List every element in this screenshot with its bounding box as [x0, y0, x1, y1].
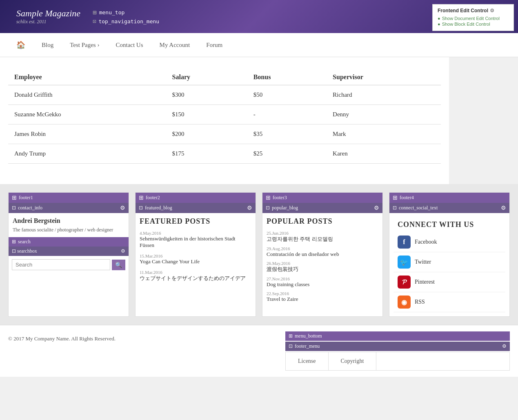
footer-col-1: ⊞ footer1 ⊡ contact_info ⚙ Andrei Bergst…	[8, 192, 129, 317]
social-link-rss[interactable]: ◉RSS	[394, 292, 505, 312]
cell-supervisor: Denny	[327, 105, 441, 124]
footer-col-4: ⊞ footer4 ⊡ connect_social_text ⚙ CONNEC…	[389, 192, 510, 317]
footer1-header: ⊞ footer1	[9, 193, 129, 203]
popular-post-item: 27.Nov.2016Dog training classes	[267, 276, 378, 288]
post-title[interactable]: Yoga Can Change Your Life	[140, 258, 251, 265]
popular-date: 27.Nov.2016	[267, 276, 378, 281]
nav-forum[interactable]: Forum	[198, 34, 231, 56]
post-title[interactable]: ウェブサイトをデザインするためのアイデア	[140, 275, 251, 282]
popular-title[interactable]: Travel to Zaire	[267, 296, 378, 302]
footer1-contact-header: ⊡ contact_info ⚙	[9, 203, 129, 213]
edit-control-title: Frontend Edit Control ⚙	[438, 8, 509, 13]
footer-area: ⊞ footer1 ⊡ contact_info ⚙ Andrei Bergst…	[0, 184, 518, 325]
cell-supervisor: Karen	[327, 144, 441, 164]
table-row: Andy Trump$175$25Karen	[8, 144, 441, 164]
search-button[interactable]: 🔍	[112, 260, 125, 270]
footer2-content: FEATURED POSTS 4.May.2016Sehenswürdigkei…	[136, 213, 256, 291]
cell-bonus: $50	[247, 85, 327, 105]
bottom-nav-license[interactable]: License	[286, 352, 329, 370]
cell-salary: $300	[166, 85, 247, 105]
social-label: RSS	[415, 299, 425, 305]
popular-title[interactable]: Dog training classes	[267, 281, 378, 288]
footer4-header: ⊞ footer4	[389, 193, 509, 203]
popular-post-item: 25.Jun.2016고령자를위한 주택 리모델링	[267, 231, 378, 243]
cell-bonus: -	[247, 105, 327, 124]
featured-posts-list: 4.May.2016Sehenswürdigkeiten in der hist…	[140, 231, 251, 282]
cell-employee: Suzanne McGekko	[8, 105, 166, 124]
post-date: 11.Mar.2016	[140, 270, 251, 275]
connect-title: CONNECT WITH US	[394, 217, 505, 232]
popular-title[interactable]: Contratación de un diseñador web	[267, 251, 378, 258]
footer4-social-header: ⊡ connect_social_text ⚙	[389, 203, 509, 213]
featured-posts-title: FEATURED POSTS	[140, 217, 251, 226]
nav-bar: 🏠 Blog Test Pages › Contact Us My Accoun…	[0, 33, 518, 57]
box-icon-f1: ⊡	[12, 205, 16, 211]
table-row: Donald Griffith$300$50Richard	[8, 85, 441, 105]
footer4-content: CONNECT WITH US fFacebook🐦Twitter𝓟Pinter…	[389, 213, 509, 316]
gear-icon-f4: ⚙	[501, 204, 506, 211]
nav-home[interactable]: 🏠	[8, 33, 33, 57]
popular-date: 29.Aug.2016	[267, 246, 378, 251]
cell-employee: Andy Trump	[8, 144, 166, 164]
social-link-fb[interactable]: fFacebook	[394, 232, 505, 252]
edit-option-1[interactable]: ● Show Document Edit Control	[438, 16, 509, 21]
popular-title[interactable]: 渡假包装技巧	[267, 266, 378, 273]
search-box-wrap: 🔍	[9, 256, 129, 273]
top-nav-label: ⊡ top_navigation_menu	[93, 18, 159, 24]
footer-col-3: ⊞ footer3 ⊡ popular_blog ⚙ POPULAR POSTS…	[262, 192, 383, 317]
box-icon-1: ⊡	[93, 18, 96, 24]
edit-option-2[interactable]: ● Show Block Edit Control	[438, 22, 509, 27]
social-link-pi[interactable]: 𝓟Pinterest	[394, 272, 505, 292]
cell-employee: Donald Griffith	[8, 85, 166, 105]
nav-test-pages[interactable]: Test Pages ›	[62, 34, 107, 56]
table-row: Suzanne McGekko$150-Denny	[8, 105, 441, 124]
popular-date: 26.May.2016	[267, 261, 378, 266]
table-row: James Robin$200$35Mark	[8, 124, 441, 144]
menu-bottom-header: ⊞ menu_bottom	[285, 331, 510, 341]
featured-post-item: 15.Mar.2016Yoga Can Change Your Life	[140, 253, 251, 265]
featured-post-item: 11.Mar.2016ウェブサイトをデザインするためのアイデア	[140, 270, 251, 282]
contact-desc: The famous socialite / photographer / we…	[13, 227, 124, 233]
social-link-tw[interactable]: 🐦Twitter	[394, 252, 505, 272]
footer-menu-subheader: ⊡ footer_menu ⚙	[285, 342, 510, 351]
social-links-list: fFacebook🐦Twitter𝓟Pinterest◉RSS	[394, 232, 505, 312]
footer3-content: POPULAR POSTS 25.Jun.2016고령자를위한 주택 리모델링2…	[262, 213, 382, 310]
popular-post-item: 22.Sep.2016Travel to Zaire	[267, 291, 378, 302]
cell-salary: $150	[166, 105, 247, 124]
footer1-search-header: ⊞ search	[9, 237, 129, 247]
logo: Sample Magazine schlix est. 2011	[8, 4, 89, 29]
col-bonus: Bonus	[247, 69, 327, 85]
box-icon-f4: ⊡	[393, 205, 397, 211]
popular-title[interactable]: 고령자를위한 주택 리모델링	[267, 236, 378, 243]
copyright-text: © 2017 My Company Name. All Rights Reser…	[8, 336, 116, 342]
popular-posts-title: POPULAR POSTS	[267, 217, 378, 226]
footer2-header: ⊞ footer2	[136, 193, 256, 203]
bottom-nav-copyright[interactable]: Copyright	[329, 352, 377, 370]
cell-salary: $200	[166, 124, 247, 144]
bottom-menu-area: ⊞ menu_bottom ⊡ footer_menu ⚙ License Co…	[285, 331, 510, 371]
menu-labels: ⊞ menu_top ⊡ top_navigation_menu	[93, 9, 159, 24]
data-table: Employee Salary Bonus Supervisor Donald …	[8, 69, 441, 164]
main-content: Employee Salary Bonus Supervisor Donald …	[0, 57, 449, 184]
col-salary: Salary	[166, 69, 247, 85]
nav-blog[interactable]: Blog	[33, 34, 62, 56]
rss-icon: ◉	[398, 296, 411, 309]
nav-contact-us[interactable]: Contact Us	[107, 34, 151, 56]
cell-employee: James Robin	[8, 124, 166, 144]
search-input[interactable]	[12, 259, 110, 270]
tw-icon: 🐦	[398, 256, 411, 269]
grid-icon-f2: ⊞	[139, 194, 144, 201]
footer1-contact-content: Andrei Bergstein The famous socialite / …	[9, 213, 129, 237]
pi-icon: 𝓟	[398, 276, 411, 289]
cell-salary: $175	[166, 144, 247, 164]
nav-my-account[interactable]: My Account	[151, 34, 198, 56]
popular-posts-list: 25.Jun.2016고령자를위한 주택 리모델링29.Aug.2016Cont…	[267, 231, 378, 302]
post-title[interactable]: Sehenswürdigkeiten in der historischen S…	[140, 236, 251, 249]
grid-icon-1: ⊞	[93, 9, 97, 16]
post-date: 15.Mar.2016	[140, 253, 251, 258]
box-icon-f2: ⊡	[139, 205, 143, 211]
post-date: 4.May.2016	[140, 231, 251, 236]
cell-supervisor: Richard	[327, 85, 441, 105]
gear-icon-search: ⚙	[121, 248, 125, 254]
footer3-header: ⊞ footer3	[262, 193, 382, 203]
